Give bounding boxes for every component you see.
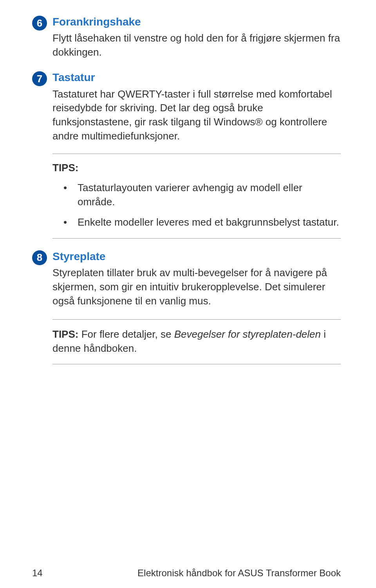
section-8-tips-box: TIPS: For flere detaljer, se Bevegelser … bbox=[52, 319, 341, 365]
section-7-tips-label: TIPS: bbox=[52, 162, 341, 174]
section-7: 7 Tastatur Tastaturet har QWERTY-taster … bbox=[32, 71, 341, 239]
section-6-heading: Forankringshake bbox=[52, 15, 341, 29]
section-8-tips-label: TIPS: bbox=[52, 328, 78, 340]
badge-8: 8 bbox=[32, 250, 47, 265]
section-6-content: Forankringshake Flytt låsehaken til vens… bbox=[52, 15, 341, 60]
badge-7: 7 bbox=[32, 71, 47, 86]
section-6-body: Flytt låsehaken til venstre og hold den … bbox=[52, 31, 341, 60]
section-7-heading: Tastatur bbox=[52, 71, 341, 85]
badge-6: 6 bbox=[32, 16, 47, 31]
section-8: 8 Styreplate Styreplaten tillater bruk a… bbox=[32, 250, 341, 365]
section-8-body: Styreplaten tillater bruk av multi-beveg… bbox=[52, 266, 341, 308]
footer-title: Elektronisk håndbok for ASUS Transformer… bbox=[137, 568, 341, 579]
section-8-tips-italic: Bevegelser for styreplaten-delen bbox=[174, 328, 321, 340]
section-8-heading: Styreplate bbox=[52, 250, 341, 264]
page-number: 14 bbox=[32, 568, 43, 579]
section-6: 6 Forankringshake Flytt låsehaken til ve… bbox=[32, 15, 341, 60]
section-8-tips-pre: For flere detaljer, se bbox=[78, 328, 174, 340]
section-7-content: Tastatur Tastaturet har QWERTY-taster i … bbox=[52, 71, 341, 239]
section-7-tips-list: Tastaturlayouten varierer avhengig av mo… bbox=[52, 181, 341, 230]
page-footer: 14 Elektronisk håndbok for ASUS Transfor… bbox=[0, 568, 376, 579]
section-7-body: Tastaturet har QWERTY-taster i full stør… bbox=[52, 87, 341, 144]
section-7-tips-box: TIPS: Tastaturlayouten varierer avhengig… bbox=[52, 154, 341, 239]
tips-item: Tastaturlayouten varierer avhengig av mo… bbox=[63, 181, 341, 209]
section-8-content: Styreplate Styreplaten tillater bruk av … bbox=[52, 250, 341, 365]
page-content: 6 Forankringshake Flytt låsehaken til ve… bbox=[0, 0, 376, 364]
tips-item: Enkelte modeller leveres med et bakgrunn… bbox=[63, 215, 341, 230]
